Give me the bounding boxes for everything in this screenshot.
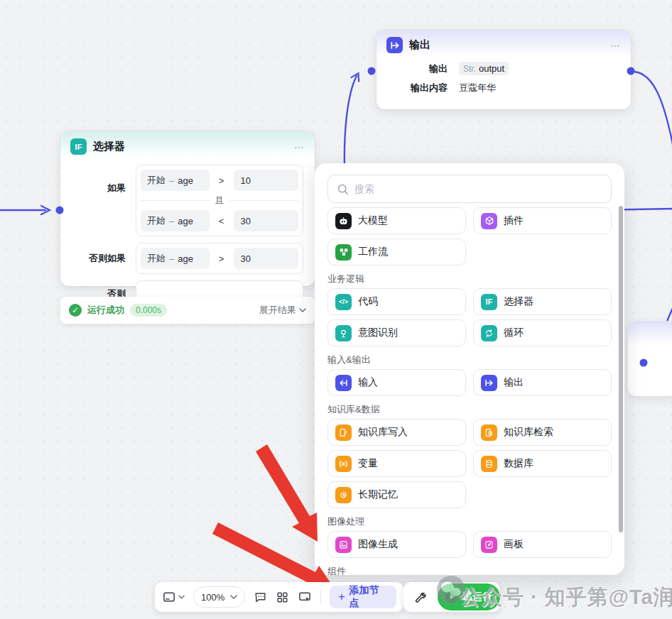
- if-icon: IF: [70, 138, 87, 155]
- panel-item-loop[interactable]: 循环: [473, 319, 612, 346]
- output-icon: [386, 37, 403, 53]
- output-node-menu[interactable]: ⋯: [610, 40, 621, 51]
- partially-hidden-node[interactable]: [628, 321, 672, 396]
- intent-icon: [335, 325, 352, 341]
- panel-item-input[interactable]: 输入: [327, 369, 466, 396]
- run-duration-badge: 0.000s: [130, 304, 167, 317]
- red-arrow-to-image-gen: [256, 444, 318, 542]
- screen-cursor-button[interactable]: [298, 590, 312, 604]
- variable-name: output: [479, 63, 504, 74]
- zoom-level: 100%: [201, 592, 224, 603]
- panel-item-llm[interactable]: 大模型: [327, 207, 466, 234]
- chevron-down-icon: [230, 595, 237, 599]
- if-condition-group: 开始–age > 10 且 开始–age < 30: [136, 165, 303, 236]
- condition2-value[interactable]: 30: [234, 210, 298, 231]
- condition1-source[interactable]: 开始–age: [141, 170, 210, 191]
- and-divider: 且: [141, 195, 298, 207]
- loop-icon: [481, 325, 497, 341]
- condition1-operator[interactable]: >: [215, 175, 228, 186]
- condition3-operator[interactable]: >: [215, 253, 228, 264]
- selector-node-header: IF 选择器 ⋯: [60, 131, 315, 160]
- panel-scrollbar[interactable]: [619, 206, 623, 532]
- blocks-icon: [276, 591, 289, 604]
- panel-item-code[interactable]: </> 代码: [327, 288, 466, 315]
- add-node-panel: 大模型 插件 工作流 业务逻辑 </> 代码 IF 选择器 意图识别 循环 输入…: [315, 163, 624, 575]
- chevron-down-icon: [299, 308, 306, 312]
- section-header-logic: 业务逻辑: [327, 273, 612, 285]
- panel-item-memory[interactable]: 长期记忆: [327, 481, 466, 508]
- kb-search-icon: [481, 424, 497, 441]
- selector-node-menu[interactable]: ⋯: [294, 141, 305, 153]
- run-result-bar: ✓ 运行成功 0.000s 展开结果: [60, 297, 315, 324]
- minimap-toggle[interactable]: [162, 590, 185, 604]
- condition-row-3: 开始–age > 30: [141, 248, 298, 269]
- kb-write-icon: [335, 424, 352, 441]
- variable-icon: {x}: [335, 456, 352, 472]
- panel-item-image-gen[interactable]: 图像生成: [327, 531, 466, 558]
- comment-button[interactable]: [254, 591, 267, 604]
- if-icon: IF: [481, 294, 497, 310]
- chevron-down-icon: [178, 595, 185, 599]
- success-check-icon: ✓: [69, 304, 82, 317]
- panel-item-kb-write[interactable]: 知识库写入: [327, 419, 466, 446]
- elseif-condition-group: 开始–age > 30: [136, 243, 303, 274]
- output-node-title: 输出: [409, 38, 604, 52]
- elseif-label: 否则如果: [72, 252, 126, 265]
- output-node-header: 输出 ⋯: [376, 30, 631, 59]
- condition2-operator[interactable]: <: [215, 216, 228, 226]
- debug-tools-button[interactable]: [403, 591, 436, 603]
- edge-from-output: [634, 72, 672, 148]
- workflow-icon: [335, 244, 352, 261]
- minimap-icon: [162, 590, 176, 604]
- output-content-value: 豆蔻年华: [459, 82, 619, 94]
- panel-item-database[interactable]: 数据库: [473, 450, 612, 477]
- condition1-value[interactable]: 10: [234, 170, 298, 191]
- section-header-image: 图像处理: [327, 515, 612, 528]
- panel-item-canvas[interactable]: 画板: [473, 531, 612, 558]
- selector-node-title: 选择器: [93, 140, 288, 153]
- database-icon: [481, 456, 497, 472]
- selector-node[interactable]: IF 选择器 ⋯ 如果 开始–age > 10 且 开始–age < 30: [60, 131, 315, 286]
- section-header-io: 输入&输出: [327, 354, 612, 366]
- section-header-knowledge: 知识库&数据: [327, 403, 612, 416]
- layout-blocks-button[interactable]: [276, 591, 289, 604]
- input-icon: [335, 375, 352, 391]
- run-status-text: 运行成功: [87, 304, 124, 317]
- search-box[interactable]: [327, 175, 612, 203]
- and-label: 且: [215, 195, 224, 207]
- panel-item-output[interactable]: 输出: [473, 369, 612, 396]
- output-icon: [481, 375, 497, 391]
- output-row-label: 输出: [388, 62, 448, 75]
- panel-item-kb-search[interactable]: 知识库检索: [473, 419, 612, 446]
- condition2-source[interactable]: 开始–age: [141, 210, 210, 231]
- search-icon: [337, 183, 349, 195]
- memory-icon: [335, 487, 352, 503]
- canvas-toolbar: 100% + 添加节点: [155, 582, 403, 612]
- condition-row-1: 开始–age > 10: [141, 170, 298, 191]
- output-node[interactable]: 输出 ⋯ 输出 Str. output 输出内容 豆蔻年华: [376, 30, 631, 109]
- condition3-value[interactable]: 30: [234, 248, 298, 269]
- code-icon: </>: [335, 294, 352, 310]
- plugin-icon: [481, 213, 497, 229]
- variable-type: Str.: [463, 64, 476, 74]
- search-input[interactable]: [354, 183, 602, 195]
- panel-item-workflow[interactable]: 工作流: [327, 239, 466, 265]
- panel-item-intent[interactable]: 意图识别: [327, 319, 466, 346]
- add-node-button[interactable]: + 添加节点: [330, 586, 396, 608]
- panel-item-variable[interactable]: {x} 变量: [327, 450, 466, 477]
- screen-cursor-icon: [298, 590, 312, 604]
- section-header-components: 组件: [327, 565, 612, 575]
- zoom-select[interactable]: 100%: [193, 586, 245, 608]
- expand-result-link[interactable]: 展开结果: [259, 304, 306, 317]
- output-content-label: 输出内容: [388, 82, 448, 94]
- comment-icon: [254, 591, 267, 604]
- output-variable-chip[interactable]: Str. output: [459, 62, 509, 75]
- condition-row-2: 开始–age < 30: [141, 210, 298, 231]
- condition3-source[interactable]: 开始–age: [141, 248, 210, 269]
- wrench-icon: [413, 591, 426, 603]
- image-gen-icon: [335, 537, 352, 553]
- plus-icon: +: [338, 591, 345, 603]
- panel-item-plugin[interactable]: 插件: [473, 207, 612, 234]
- panel-item-selector[interactable]: IF 选择器: [473, 288, 612, 315]
- watermark-text: 公众号 · 知乎第@Ta润家: [460, 584, 672, 612]
